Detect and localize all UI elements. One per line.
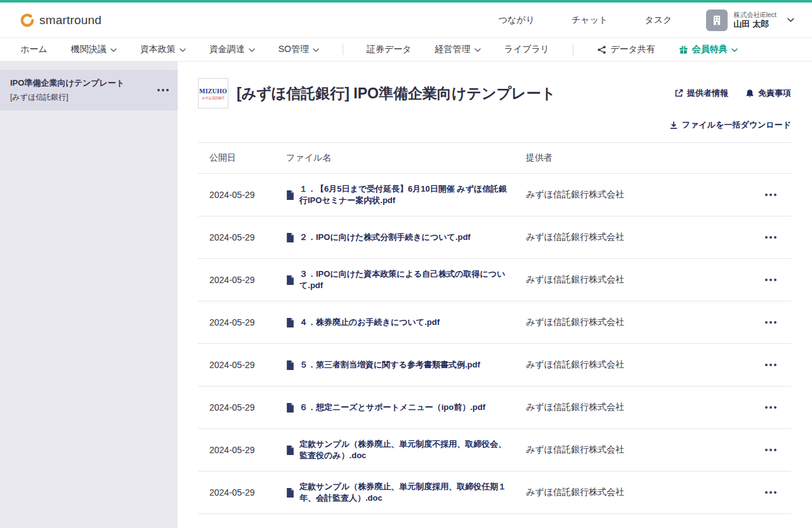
row-file-link[interactable]: １．【6月5日まで受付延長】6月10日開催 みずほ信託銀行IPOセミナー案内状.…: [299, 183, 509, 206]
download-all-label: ファイルを一括ダウンロード: [682, 119, 791, 131]
sidebar-item-menu-button[interactable]: [154, 84, 173, 96]
row-date: 2024-05-29: [209, 275, 286, 285]
row-menu-button[interactable]: [761, 486, 780, 499]
main-content: MIZUHO みずほ信託銀行 [みずほ信託銀行] IPO準備企業向けテンプレート…: [178, 62, 812, 528]
sidebar-item-template-selected[interactable]: IPO準備企業向けテンプレート [みずほ信託銀行]: [0, 70, 178, 110]
row-file-link[interactable]: ２．IPOに向けた株式分割手続きについて.pdf: [299, 232, 471, 243]
row-file-cell: 定款サンプル（株券廃止、単元制度不採用、取締役会、監査役のみ）.doc: [286, 439, 526, 461]
download-all-link[interactable]: ファイルを一括ダウンロード: [669, 119, 791, 131]
row-file-link[interactable]: 定款サンプル（株券廃止、単元制度不採用、取締役会、監査役のみ）.doc: [299, 439, 509, 461]
row-file-link[interactable]: ４．株券廃止のお手続きについて.pdf: [299, 317, 440, 328]
row-date: 2024-05-29: [209, 317, 286, 327]
user-menu[interactable]: 株式会社iElect 山田 太郎: [706, 10, 794, 31]
chevron-down-icon: [787, 18, 794, 22]
nav-securities-data[interactable]: 証券データ: [367, 44, 412, 55]
sidebar-item-title: IPO準備企業向けテンプレート: [10, 77, 154, 89]
nav-capital-policy[interactable]: 資本政策: [140, 44, 186, 55]
nav-member-benefits[interactable]: 会員特典: [679, 44, 738, 55]
file-document-icon: [286, 318, 294, 327]
row-menu-cell: [758, 401, 783, 414]
file-document-icon: [286, 190, 294, 200]
row-file-cell: ４．株券廃止のお手続きについて.pdf: [286, 317, 526, 328]
row-menu-cell: [758, 359, 783, 371]
row-date: 2024-05-29: [209, 360, 286, 370]
file-table: 公開日 ファイル名 提供者 2024-05-29 １．【6月5日まで受付延長】6…: [198, 142, 791, 514]
bell-icon: [745, 89, 754, 98]
smartround-logo-icon: [20, 13, 34, 27]
nav-divider: [573, 44, 573, 55]
avatar: [706, 10, 728, 31]
nav-management[interactable]: 経営管理: [435, 44, 481, 55]
user-meta: 株式会社iElect 山田 太郎: [733, 11, 776, 29]
row-file-link[interactable]: 定款サンプル（株券廃止、単元制度採用、取締役任期１年、会計監査人）.doc: [299, 481, 509, 504]
row-provider: みずほ信託銀行株式会社: [526, 317, 758, 328]
row-provider: みずほ信託銀行株式会社: [526, 232, 758, 243]
share-icon: [597, 45, 606, 55]
file-table-body: 2024-05-29 １．【6月5日まで受付延長】6月10日開催 みずほ信託銀行…: [198, 174, 791, 514]
provider-info-label: 提供者情報: [687, 88, 728, 99]
nav-board-resolutions-label: 機関決議: [71, 44, 107, 55]
row-provider: みずほ信託銀行株式会社: [526, 274, 758, 286]
nav-divider: [343, 44, 343, 55]
row-provider: みずほ信託銀行株式会社: [526, 402, 758, 413]
nav-so-management[interactable]: SO管理: [278, 44, 319, 55]
mizuho-logo: MIZUHO みずほ信託銀行: [198, 78, 228, 109]
file-document-icon: [286, 403, 294, 412]
nav-home[interactable]: ホーム: [20, 44, 48, 55]
chevron-down-icon: [475, 48, 481, 52]
nav-library-label: ライブラリ: [504, 44, 550, 55]
nav-chat[interactable]: チャット: [572, 15, 608, 26]
row-date: 2024-05-29: [209, 487, 286, 498]
nav-management-label: 経営管理: [435, 44, 471, 55]
page-title: [みずほ信託銀行] IPO準備企業向けテンプレート: [237, 84, 674, 103]
file-document-icon: [286, 275, 294, 285]
col-header-filename: ファイル名: [286, 152, 526, 164]
nav-so-management-label: SO管理: [278, 44, 309, 55]
gift-icon: [679, 45, 688, 55]
brand-logo[interactable]: smartround: [20, 13, 102, 27]
nav-tasks[interactable]: タスク: [645, 15, 672, 26]
row-provider: みずほ信託銀行株式会社: [526, 444, 758, 456]
file-document-icon: [286, 488, 294, 498]
file-document-icon: [286, 446, 294, 455]
sidebar-item-subtitle: [みずほ信託銀行]: [10, 92, 154, 103]
row-menu-button[interactable]: [761, 231, 780, 244]
nav-library[interactable]: ライブラリ: [504, 44, 550, 55]
nav-fundraising-label: 資金調達: [209, 44, 245, 55]
row-file-cell: 定款サンプル（株券廃止、単元制度採用、取締役任期１年、会計監査人）.doc: [286, 481, 526, 504]
file-document-icon: [286, 360, 294, 370]
row-menu-button[interactable]: [761, 359, 780, 371]
chevron-down-icon: [731, 48, 738, 52]
user-company: 株式会社iElect: [733, 11, 776, 19]
row-menu-button[interactable]: [761, 274, 780, 286]
chevron-down-icon: [249, 48, 255, 52]
table-row: 2024-05-29 ６．想定ニーズとサポートメニュー（ipo前）.pdf みず…: [198, 386, 791, 429]
table-row: 2024-05-29 ２．IPOに向けた株式分割手続きについて.pdf みずほ信…: [198, 216, 791, 259]
col-header-provider: 提供者: [526, 152, 758, 164]
row-provider: みずほ信託銀行株式会社: [526, 487, 758, 498]
nav-data-sharing[interactable]: データ共有: [597, 44, 655, 55]
row-file-link[interactable]: ６．想定ニーズとサポートメニュー（ipo前）.pdf: [299, 402, 485, 413]
row-menu-button[interactable]: [761, 401, 780, 414]
nav-fundraising[interactable]: 資金調達: [209, 44, 255, 55]
row-menu-cell: [758, 316, 783, 329]
title-row: MIZUHO みずほ信託銀行 [みずほ信託銀行] IPO準備企業向けテンプレート…: [198, 78, 791, 109]
nav-connections[interactable]: つながり: [499, 15, 535, 26]
nav-board-resolutions[interactable]: 機関決議: [71, 44, 117, 55]
disclaimer-link[interactable]: 免責事項: [745, 88, 791, 99]
row-menu-button[interactable]: [761, 444, 780, 456]
sidebar: IPO準備企業向けテンプレート [みずほ信託銀行]: [0, 62, 178, 528]
row-file-link[interactable]: ５．第三者割当増資に関する参考書類書式例.pdf: [299, 359, 480, 371]
file-table-header: 公開日 ファイル名 提供者: [198, 142, 791, 174]
row-file-link[interactable]: ３．IPOに向けた資本政策による自己株式の取得について.pdf: [299, 268, 509, 291]
provider-info-link[interactable]: 提供者情報: [674, 88, 728, 99]
chevron-down-icon: [313, 48, 319, 52]
table-row: 2024-05-29 １．【6月5日まで受付延長】6月10日開催 みずほ信託銀行…: [198, 174, 791, 216]
row-menu-button[interactable]: [761, 316, 780, 329]
disclaimer-label: 免責事項: [758, 88, 791, 99]
row-menu-button[interactable]: [761, 188, 780, 201]
row-file-cell: ２．IPOに向けた株式分割手続きについて.pdf: [286, 232, 526, 243]
sidebar-item-text: IPO準備企業向けテンプレート [みずほ信託銀行]: [10, 77, 154, 103]
table-row: 2024-05-29 ４．株券廃止のお手続きについて.pdf みずほ信託銀行株式…: [198, 301, 791, 344]
row-provider: みずほ信託銀行株式会社: [526, 359, 758, 371]
